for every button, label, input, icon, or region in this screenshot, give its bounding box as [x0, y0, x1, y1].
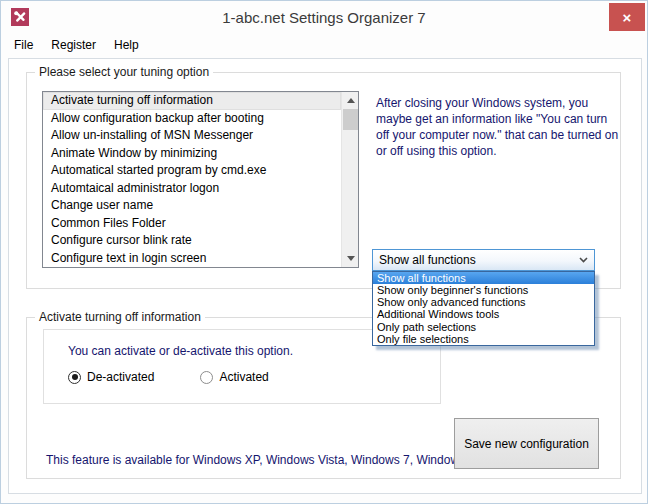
availability-note: This feature is available for Windows XP…	[46, 453, 478, 467]
dropdown-option[interactable]: Only path selections	[373, 321, 594, 333]
radio-selected-icon	[68, 371, 81, 384]
radio-activated-label: Activated	[219, 370, 268, 384]
tuning-list: Activate turning off information Allow c…	[43, 92, 341, 267]
dropdown-option[interactable]: Additional Windows tools	[373, 308, 594, 320]
dropdown-option[interactable]: Only file selections	[373, 333, 594, 345]
titlebar: 1-abc.net Settings Organizer 7 ×	[1, 1, 647, 34]
dropdown-option[interactable]: Show all functions	[373, 272, 594, 284]
close-icon: ×	[623, 9, 632, 26]
option-groupbox-label: Activate turning off information	[35, 310, 205, 324]
filter-combobox-value: Show all functions	[373, 253, 572, 267]
list-item[interactable]: Allow un-installing of MSN Messenger	[43, 127, 341, 145]
dropdown-option[interactable]: Show only beginner's functions	[373, 284, 594, 296]
list-item[interactable]: Configure cursor blink rate	[43, 232, 341, 250]
filter-combobox[interactable]: Show all functions	[372, 249, 595, 271]
option-description: After closing your Windows system, you m…	[376, 95, 621, 159]
menu-help[interactable]: Help	[105, 35, 148, 57]
list-item[interactable]: Animate Window by minimizing	[43, 145, 341, 163]
scrollbar-thumb[interactable]	[343, 109, 358, 130]
menu-file[interactable]: File	[5, 35, 42, 57]
list-scrollbar[interactable]	[341, 92, 358, 267]
list-item[interactable]: Allow configuration backup after booting	[43, 110, 341, 128]
close-button[interactable]: ×	[609, 3, 645, 31]
dropdown-option[interactable]: Show only advanced functions	[373, 296, 594, 308]
radio-unselected-icon	[200, 371, 213, 384]
save-configuration-button[interactable]: Save new configuration	[454, 418, 599, 469]
list-item[interactable]: Configure text in login screen	[43, 250, 341, 268]
filter-dropdown-list: Show all functions Show only beginner's …	[372, 271, 595, 346]
list-item[interactable]: Change user name	[43, 197, 341, 215]
list-item[interactable]: Common Files Folder	[43, 215, 341, 233]
chevron-down-icon	[572, 257, 594, 263]
scroll-up-icon[interactable]	[342, 92, 359, 109]
radio-activated[interactable]: Activated	[200, 370, 268, 384]
menu-bar: File Register Help	[5, 35, 148, 57]
menu-register[interactable]: Register	[42, 35, 105, 57]
list-item[interactable]: Automtaical administrator logon	[43, 180, 341, 198]
tuning-groupbox-label: Please select your tuning option	[35, 65, 213, 79]
list-item[interactable]: Automatical started program by cmd.exe	[43, 162, 341, 180]
window-title: 1-abc.net Settings Organizer 7	[1, 9, 647, 26]
app-window: 1-abc.net Settings Organizer 7 × File Re…	[0, 0, 648, 504]
radio-deactivated[interactable]: De-activated	[68, 370, 154, 384]
list-item[interactable]: Activate turning off information	[43, 92, 341, 110]
radio-group: De-activated Activated	[68, 370, 315, 384]
tuning-listbox: Activate turning off information Allow c…	[42, 91, 359, 268]
scroll-down-icon[interactable]	[342, 250, 359, 267]
radio-deactivated-label: De-activated	[87, 370, 154, 384]
option-instruction: You can activate or de-activate this opt…	[68, 344, 293, 358]
